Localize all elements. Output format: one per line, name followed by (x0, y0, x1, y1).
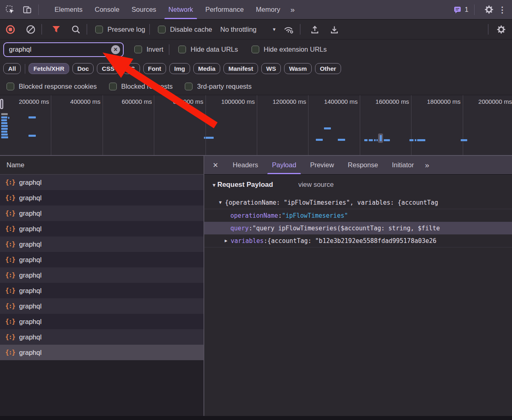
request-row[interactable]: {:}graphql (0, 283, 203, 298)
network-overview-timeline[interactable]: 200000 ms400000 ms600000 ms800000 ms1000… (0, 95, 512, 156)
waterfall-bar (8, 117, 9, 119)
checkbox[interactable] (178, 46, 186, 53)
filter-chip-js[interactable]: JS (123, 63, 140, 74)
waterfall-bar (376, 139, 378, 141)
request-row[interactable]: {:}graphql (0, 314, 203, 329)
details-tabbar: × HeadersPayloadPreviewResponseInitiator… (204, 156, 512, 175)
filter-chip-wasm[interactable]: Wasm (284, 63, 312, 74)
tab-preview[interactable]: Preview (303, 156, 341, 174)
section-title: Request Payload (217, 181, 273, 189)
filter-chip-doc[interactable]: Doc (72, 63, 94, 74)
record-network-log-button[interactable] (3, 22, 17, 36)
filter-chip-ws[interactable]: WS (261, 63, 281, 74)
checkbox[interactable] (252, 46, 259, 53)
filter-checkbox-blocked-response-cookies[interactable]: Blocked response cookies (7, 83, 97, 90)
hide-data-urls-label: Hide data URLs (190, 46, 238, 53)
clear-network-log-button[interactable] (24, 22, 37, 36)
network-conditions-icon[interactable] (282, 22, 296, 36)
filter-chip-fetch-xhr[interactable]: Fetch/XHR (28, 63, 69, 74)
import-har-icon[interactable] (308, 22, 322, 36)
payload-operation-name-row[interactable]: operationName: "ipFlowTimeseries" (204, 209, 512, 222)
inspect-element-icon[interactable] (3, 3, 17, 17)
request-row[interactable]: {:}graphql (0, 190, 203, 206)
checkbox[interactable] (185, 83, 193, 90)
requests-panel: Name {:}graphql{:}graphql{:}graphql{:}gr… (0, 156, 204, 416)
tab-response[interactable]: Response (341, 156, 385, 174)
name-column-header[interactable]: Name (0, 156, 203, 175)
filter-chip-other[interactable]: Other (315, 63, 341, 74)
overflow-menu-icon[interactable]: ⋮ (496, 5, 512, 15)
checkbox[interactable] (95, 26, 103, 33)
settings-gear-icon[interactable] (482, 3, 496, 17)
json-separator: : (264, 237, 267, 245)
message-count: 1 (465, 6, 468, 13)
network-settings-gear-icon[interactable] (494, 22, 508, 36)
waterfall-bar (461, 139, 467, 141)
filter-chip-img[interactable]: Img (169, 63, 190, 74)
tab-elements[interactable]: Elements (48, 0, 89, 19)
request-name: graphql (19, 179, 42, 186)
filter-chip-manifest[interactable]: Manifest (223, 63, 258, 74)
export-har-icon[interactable] (327, 22, 341, 36)
json-type-icon: {:} (5, 256, 15, 263)
tab-console[interactable]: Console (89, 0, 126, 19)
tab-network[interactable]: Network (162, 0, 199, 19)
payload-query-row[interactable]: query: "query ipFlowTimeseries($accountT… (204, 222, 512, 234)
tab-payload[interactable]: Payload (265, 156, 303, 174)
timeline-tick: 1800000 ms (411, 95, 463, 155)
timeline-tick: 1400000 ms (309, 95, 360, 155)
filter-chip-all[interactable]: All (3, 63, 21, 74)
network-filter-input[interactable] (6, 46, 111, 53)
tree-expanded-icon[interactable]: ▼ (219, 200, 222, 205)
disable-cache-label: Disable cache (170, 26, 212, 33)
json-type-icon: {:} (5, 225, 15, 232)
console-messages-button[interactable]: 1 (453, 5, 468, 14)
clear-filter-icon[interactable]: × (111, 45, 120, 54)
checkbox[interactable] (134, 46, 142, 53)
payload-variables-row[interactable]: ▶ variables: {accountTag: "b12e3b2192ee5… (204, 234, 512, 247)
waterfall-bar (1, 128, 8, 130)
request-row[interactable]: {:}graphql (0, 298, 203, 314)
filter-input-box[interactable]: × (3, 42, 124, 57)
filter-checkbox-3rd-party-requests[interactable]: 3rd-party requests (185, 83, 252, 90)
request-row[interactable]: {:}graphql (0, 236, 203, 252)
request-name: graphql (19, 333, 42, 341)
tab-memory[interactable]: Memory (250, 0, 287, 19)
more-details-tabs-icon[interactable]: » (421, 161, 434, 170)
close-icon[interactable]: × (204, 161, 226, 170)
filter-chip-css[interactable]: CSS (97, 63, 119, 74)
checkbox[interactable] (7, 83, 14, 90)
tab-initiator[interactable]: Initiator (385, 156, 421, 174)
request-row[interactable]: {:}graphql (0, 252, 203, 267)
filter-funnel-icon[interactable] (49, 22, 63, 36)
view-source-link[interactable]: view source (298, 181, 334, 188)
overview-drag-handle[interactable] (0, 99, 3, 109)
tab-sources[interactable]: Sources (125, 0, 162, 19)
filter-chip-font[interactable]: Font (143, 63, 166, 74)
tab-headers[interactable]: Headers (226, 156, 265, 174)
throttling-dropdown[interactable]: No throttling ▼ (220, 26, 276, 33)
filter-chip-media[interactable]: Media (193, 63, 221, 74)
request-payload-section[interactable]: ▼ Request Payload view source (204, 181, 512, 193)
preserve-log-checkbox[interactable]: Preserve log (95, 26, 145, 33)
request-row[interactable]: {:}graphql (0, 329, 203, 345)
request-row[interactable]: {:}graphql (0, 267, 203, 283)
invert-checkbox[interactable]: Invert (134, 46, 163, 53)
device-toolbar-icon[interactable] (20, 3, 34, 17)
request-row[interactable]: {:}graphql (0, 206, 203, 221)
request-row[interactable]: {:}graphql (0, 221, 203, 236)
checkbox[interactable] (158, 26, 166, 33)
disable-cache-checkbox[interactable]: Disable cache (158, 26, 212, 33)
more-tabs-icon[interactable]: » (286, 5, 299, 14)
payload-root-node[interactable]: ▼ {operationName: "ipFlowTimeseries", va… (204, 196, 512, 209)
request-row[interactable]: {:}graphql (0, 175, 203, 190)
tab-performance[interactable]: Performance (199, 0, 249, 19)
filter-checkbox-blocked-requests[interactable]: Blocked requests (109, 83, 173, 90)
search-icon[interactable] (69, 22, 83, 36)
checkbox[interactable] (109, 83, 117, 90)
hide-extension-urls-checkbox[interactable]: Hide extension URLs (252, 46, 327, 53)
hide-data-urls-checkbox[interactable]: Hide data URLs (178, 46, 238, 53)
tree-collapsed-icon[interactable]: ▶ (225, 238, 228, 243)
request-name: graphql (19, 287, 42, 295)
request-row[interactable]: {:}graphql (0, 345, 203, 360)
